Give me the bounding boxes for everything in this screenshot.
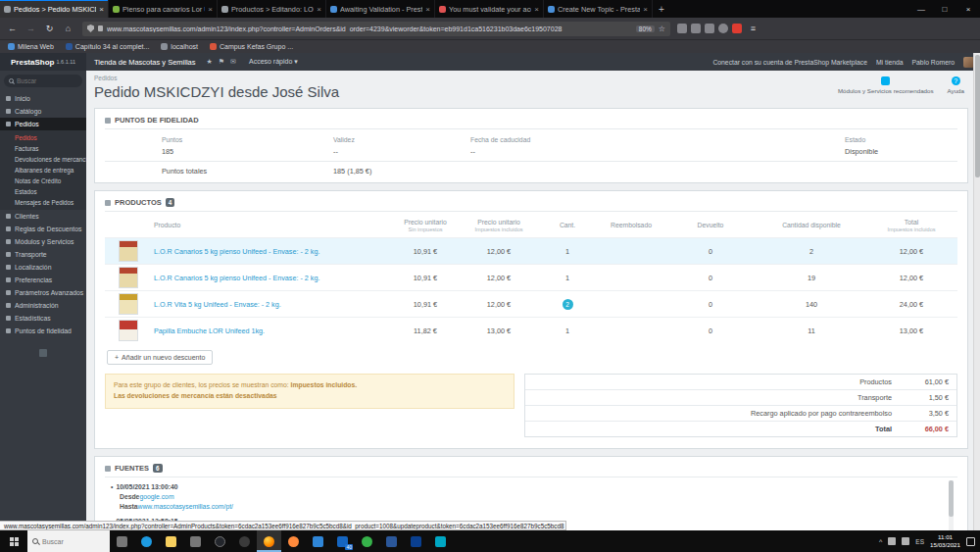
sidebar-item-parametros[interactable]: Parámetros Avanzados bbox=[0, 286, 86, 299]
library-icon[interactable] bbox=[691, 24, 701, 33]
submenu-notas-credito[interactable]: Notas de Crédito bbox=[0, 176, 86, 186]
firefox-secondary-icon[interactable] bbox=[281, 530, 306, 552]
sidebar-search-input[interactable] bbox=[17, 77, 71, 84]
sidebar-item-catalogo[interactable]: Catálogo bbox=[0, 105, 86, 118]
file-explorer-icon[interactable] bbox=[159, 530, 183, 552]
add-discount-button[interactable]: + Añadir un nuevo descuento bbox=[107, 350, 213, 365]
product-link[interactable]: Papilla Embuche LOR Unifeed 1kg. bbox=[154, 326, 265, 335]
home-button[interactable]: ⌂ bbox=[61, 21, 75, 36]
window-maximize-button[interactable]: □ bbox=[933, 0, 956, 18]
product-link[interactable]: L.O.R Vita 5 kg Unifeed - Envase: - 2 kg… bbox=[154, 300, 281, 309]
sidebar-search[interactable] bbox=[4, 75, 82, 87]
volume-icon[interactable] bbox=[902, 537, 909, 545]
tray-chevron-icon[interactable]: ^ bbox=[879, 538, 882, 545]
marketplace-link[interactable]: Conectar con su cuenta de PrestaShop Mar… bbox=[712, 59, 867, 66]
bookmark-capitulo[interactable]: Capítulo 34 al complet... bbox=[66, 43, 150, 50]
browser-tab-forum-3[interactable]: Create New Topic - PrestaSho × bbox=[544, 0, 653, 18]
extension-icon[interactable] bbox=[732, 24, 742, 33]
collapse-sidebar-icon[interactable] bbox=[39, 349, 47, 357]
network-icon[interactable] bbox=[888, 537, 896, 545]
sidebar-item-preferencias[interactable]: Preferencias bbox=[0, 274, 86, 286]
help-button[interactable]: ? Ayuda bbox=[948, 76, 964, 94]
submenu-facturas[interactable]: Facturas bbox=[0, 143, 86, 154]
firefox-icon[interactable] bbox=[257, 530, 281, 552]
zoom-level-indicator[interactable]: 80% bbox=[636, 25, 655, 32]
tab-close-icon[interactable]: × bbox=[208, 5, 213, 14]
window-close-button[interactable]: × bbox=[956, 0, 980, 18]
sidebar-item-transporte[interactable]: Transporte bbox=[0, 248, 86, 261]
browser-scrollbar-thumb[interactable] bbox=[975, 55, 980, 177]
product-link[interactable]: L.O.R Canarios 5 kg pienso Unifeed - Env… bbox=[154, 274, 319, 282]
app-badge-icon[interactable]: 40 bbox=[330, 530, 355, 552]
store-icon[interactable] bbox=[183, 530, 208, 552]
task-view-icon[interactable] bbox=[110, 530, 134, 552]
flag-icon[interactable]: ⚑ bbox=[219, 58, 224, 66]
bookmark-campus-kefas[interactable]: Campus Kefas Grupo ... bbox=[210, 43, 293, 50]
new-tab-button[interactable]: + bbox=[653, 0, 670, 18]
address-bar[interactable]: www.mascotasysemillas.com/admin123/index… bbox=[82, 22, 670, 36]
window-minimize-button[interactable]: — bbox=[909, 0, 933, 18]
favorites-star-icon[interactable]: ★ bbox=[207, 58, 213, 66]
sidebar-item-estadisticas[interactable]: Estadísticas bbox=[0, 312, 86, 325]
browser-scrollbar[interactable] bbox=[973, 53, 980, 530]
sidebar-item-modulos[interactable]: Módulos y Servicios bbox=[0, 235, 86, 248]
account-icon[interactable] bbox=[718, 24, 728, 33]
product-link[interactable]: L.O.R Canarios 5 kg pienso Unifeed - Env… bbox=[154, 247, 319, 256]
sidebar-item-localizacion[interactable]: Localización bbox=[0, 261, 86, 274]
tab-close-icon[interactable]: × bbox=[99, 5, 104, 14]
whatsapp-icon[interactable] bbox=[355, 530, 379, 552]
submenu-devoluciones[interactable]: Devoluciones de mercancía bbox=[0, 154, 86, 165]
tab-close-icon[interactable]: × bbox=[643, 5, 648, 14]
reload-button[interactable]: ↻ bbox=[42, 21, 57, 36]
word-icon[interactable] bbox=[379, 530, 404, 552]
taskbar-search-input[interactable] bbox=[42, 538, 99, 545]
tab-close-icon[interactable]: × bbox=[425, 5, 430, 14]
app-teal-icon[interactable] bbox=[428, 530, 453, 552]
quick-access-menu[interactable]: Acceso rápido ▾ bbox=[249, 58, 298, 66]
sidebar-toggle-icon[interactable] bbox=[705, 24, 714, 33]
menu-icon[interactable]: ≡ bbox=[746, 21, 760, 36]
source-to-link[interactable]: www.mascotasysemillas.com/pt/ bbox=[138, 503, 233, 510]
app-dark-icon[interactable] bbox=[232, 530, 257, 552]
shop-name-menu[interactable]: Tienda de Mascotas y Semillas bbox=[94, 58, 196, 67]
browser-tab-products[interactable]: Productos > Editando: LOR Ca × bbox=[218, 0, 326, 18]
start-button[interactable] bbox=[0, 530, 27, 552]
sidebar-item-reglas-descuentos[interactable]: Reglas de Descuentos bbox=[0, 223, 86, 235]
notifications-icon[interactable] bbox=[966, 537, 975, 546]
taskbar-search[interactable] bbox=[27, 530, 110, 552]
prestashop-logo[interactable]: PrestaShop 1.6.1.11 bbox=[0, 53, 86, 71]
submenu-estados[interactable]: Estados bbox=[0, 186, 86, 197]
photoshop-icon[interactable] bbox=[404, 530, 428, 552]
edge-icon[interactable] bbox=[134, 530, 159, 552]
user-name-menu[interactable]: Pablo Romero bbox=[912, 59, 955, 66]
submenu-albaranes[interactable]: Albaranes de entrega bbox=[0, 165, 86, 176]
sidebar-item-puntos-fidelidad[interactable]: Puntos de fidelidad bbox=[0, 325, 86, 337]
messages-mail-icon[interactable]: ✉ bbox=[230, 58, 236, 66]
downloads-icon[interactable] bbox=[677, 24, 687, 33]
app-blue-icon[interactable] bbox=[306, 530, 330, 552]
forward-button[interactable]: → bbox=[24, 21, 38, 36]
browser-dark-icon[interactable] bbox=[208, 530, 232, 552]
tab-close-icon[interactable]: × bbox=[534, 5, 539, 14]
submenu-mensajes[interactable]: Mensajes de Pedidos bbox=[0, 197, 86, 208]
panel-scrollbar-thumb[interactable] bbox=[949, 480, 954, 516]
bookmark-milena-web[interactable]: Milena Web bbox=[8, 43, 54, 50]
tracking-protection-shield-icon[interactable] bbox=[87, 25, 94, 32]
bookmark-localhost[interactable]: localhost bbox=[161, 43, 198, 50]
browser-tab-orders[interactable]: Pedidos > Pedido MSKICDZYI × bbox=[0, 0, 109, 18]
browser-tab-forum-2[interactable]: You must validate your accou × bbox=[435, 0, 544, 18]
back-button[interactable]: ← bbox=[5, 21, 20, 36]
source-from-link[interactable]: google.com bbox=[139, 493, 173, 500]
sidebar-item-inicio[interactable]: Inicio bbox=[0, 92, 86, 105]
sidebar-item-administracion[interactable]: Administración bbox=[0, 299, 86, 312]
taskbar-clock[interactable]: 11:01 15/03/2021 bbox=[930, 533, 960, 549]
browser-tab-forum-1[interactable]: Awaiting Validation - PrestaSh × bbox=[326, 0, 435, 18]
tab-close-icon[interactable]: × bbox=[317, 5, 321, 14]
browser-tab-shop[interactable]: Pienso para canarios Lor Unifee × bbox=[109, 0, 218, 18]
sidebar-item-clientes[interactable]: Clientes bbox=[0, 210, 86, 223]
recommended-modules-button[interactable]: Módulos y Servicios recomendados bbox=[838, 76, 934, 94]
language-indicator[interactable]: ES bbox=[915, 538, 924, 545]
submenu-pedidos[interactable]: Pedidos bbox=[0, 132, 86, 143]
bookmark-star-icon[interactable]: ☆ bbox=[659, 25, 665, 33]
panel-scrollbar[interactable] bbox=[949, 480, 954, 530]
